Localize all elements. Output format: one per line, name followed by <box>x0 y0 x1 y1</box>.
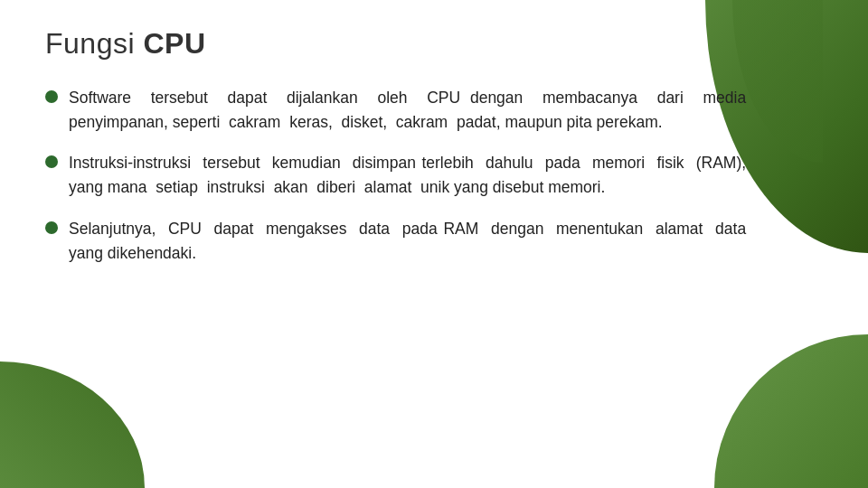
bullet-text-3: Selanjutnya, CPU dapat mengakses data pa… <box>69 217 750 266</box>
page-title: Fungsi CPU <box>45 27 750 61</box>
bullet-text-1: Software tersebut dapat dijalankan oleh … <box>69 86 750 135</box>
bullet-list: Software tersebut dapat dijalankan oleh … <box>45 86 750 266</box>
bullet-item-3: Selanjutnya, CPU dapat mengakses data pa… <box>45 217 750 266</box>
bullet-text-2: Instruksi-instruksi tersebut kemudian di… <box>69 151 750 200</box>
bullet-dot-3 <box>45 221 58 234</box>
bullet-item-2: Instruksi-instruksi tersebut kemudian di… <box>45 151 750 200</box>
title-prefix: Fungsi <box>45 27 143 60</box>
bullet-dot-1 <box>45 90 58 103</box>
title-highlight: CPU <box>143 27 205 60</box>
main-content: Fungsi CPU Software tersebut dapat dijal… <box>0 0 796 309</box>
bullet-item-1: Software tersebut dapat dijalankan oleh … <box>45 86 750 135</box>
bullet-dot-2 <box>45 155 58 168</box>
